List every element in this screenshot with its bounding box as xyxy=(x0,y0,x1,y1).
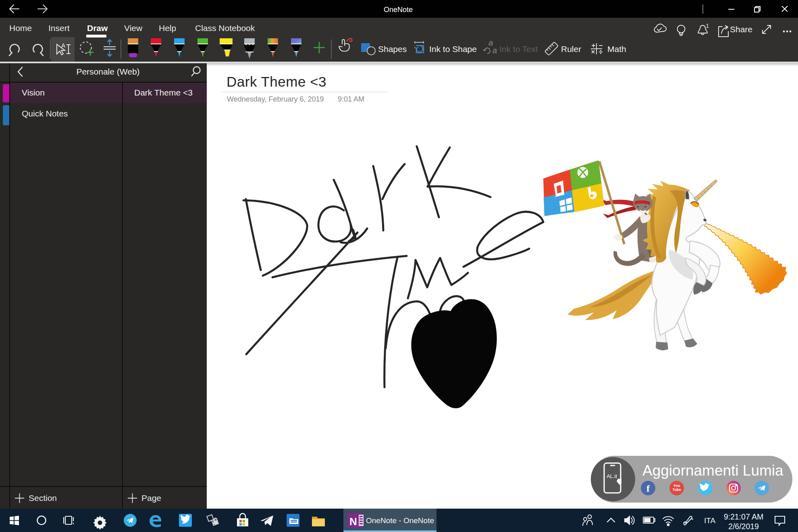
svg-text:Share: Share xyxy=(730,25,752,34)
svg-text:f: f xyxy=(646,483,650,494)
svg-text:Shapes: Shapes xyxy=(378,44,407,54)
svg-text:Page: Page xyxy=(141,493,161,503)
svg-text:Ink to Text: Ink to Text xyxy=(499,44,538,54)
svg-text:Aggiornamenti Lumia: Aggiornamenti Lumia xyxy=(642,462,783,479)
svg-text:Math: Math xyxy=(607,44,626,54)
svg-text:a: a xyxy=(493,46,497,55)
svg-text:Section: Section xyxy=(29,493,57,503)
svg-text:1: 1 xyxy=(706,22,709,29)
svg-text:2/6/2019: 2/6/2019 xyxy=(728,522,759,531)
svg-text:9:21:07 AM: 9:21:07 AM xyxy=(724,512,764,521)
svg-text:Ruler: Ruler xyxy=(561,44,581,54)
svg-text:OneNote: OneNote xyxy=(384,6,413,14)
svg-text:N: N xyxy=(349,515,357,528)
svg-text:Tube: Tube xyxy=(673,488,681,492)
svg-text:AL.it: AL.it xyxy=(607,473,617,479)
svg-text:You: You xyxy=(673,484,680,488)
svg-text:ITA: ITA xyxy=(704,516,715,525)
svg-text:A: A xyxy=(61,42,65,49)
svg-text:Ink to Shape: Ink to Shape xyxy=(429,44,477,54)
svg-text:Personale (Web): Personale (Web) xyxy=(76,67,139,76)
svg-text:OneNote - OneNote: OneNote - OneNote xyxy=(366,516,434,525)
